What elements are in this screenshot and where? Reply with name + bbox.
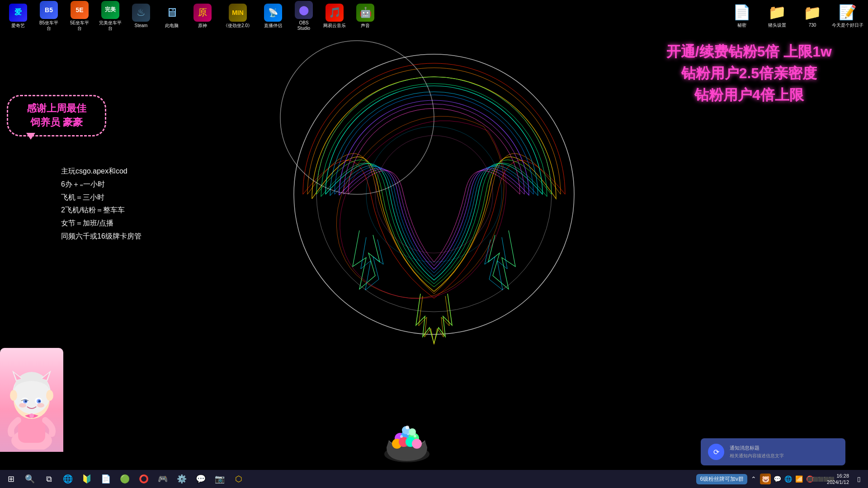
live-label: 直播伴侣 — [264, 23, 282, 28]
search-button[interactable]: 🔍 — [21, 470, 39, 488]
anime-character — [0, 348, 63, 452]
taskbar-left-icons: ⊞ 🔍 ⧉ 🌐 🔰 📄 🟢 ⭕ 🎮 ⚙️ 💬 📷 ⬡ — [2, 470, 248, 488]
svg-point-30 — [412, 439, 422, 449]
icon-live[interactable]: 📡 直播伴侣 — [259, 2, 287, 30]
notification-title: 通知消息标题 — [730, 445, 838, 451]
steam-img: ♨ — [132, 4, 150, 22]
icon-voice[interactable]: 🤖 声音 — [352, 2, 379, 30]
bubble-line2: 饲养员 豪豪 — [16, 116, 97, 130]
svg-point-11 — [37, 403, 44, 408]
announcement-line3: 钻粉用户4倍上限 — [666, 84, 832, 106]
extra-button[interactable]: ⬡ — [230, 470, 248, 488]
icon-obs[interactable]: ⬤ OBS Studio — [290, 0, 317, 33]
wps-button[interactable]: 📄 — [97, 470, 115, 488]
collectible-svg — [380, 411, 434, 465]
360-button[interactable]: 🔰 — [78, 470, 96, 488]
anime-svg — [2, 350, 61, 450]
capture-button[interactable]: 📷 — [211, 470, 229, 488]
announcement-text: 开通/续费钻粉5倍 上限1w 钻粉用户2.5倍亲密度 钻粉用户4倍上限 — [666, 41, 832, 106]
bubble-line1: 感谢上周最佳 — [16, 102, 97, 116]
settings-button[interactable]: ⚙️ — [173, 470, 191, 488]
notification-icon: ⟳ — [708, 444, 724, 460]
edge-button[interactable]: 🌐 — [59, 470, 77, 488]
pubg-label: 《使劲坐2.0》 — [223, 23, 252, 28]
info-line5: 女节＝加班/点播 — [61, 217, 142, 230]
notification-content: 通知消息标题 相关通知内容描述信息文字 — [730, 445, 838, 459]
announcement-line2: 钻粉用户2.5倍亲密度 — [666, 62, 832, 84]
info-line6: 同频六千或16级牌卡房管 — [61, 230, 142, 243]
game-collectible — [380, 411, 434, 465]
info-text-block: 主玩csgo.apex和cod 6办＋₌一小时 飞机＝三小时 2飞机/钻粉＝整车… — [61, 165, 142, 243]
svg-point-36 — [406, 426, 409, 429]
task-view-button[interactable]: ⧉ — [40, 470, 58, 488]
icon-iqiyi[interactable]: 爱 爱奇艺 — [5, 2, 32, 30]
wanmei-label: 完美坐车平台 — [99, 20, 122, 31]
voice-label: 声音 — [361, 23, 370, 28]
svg-point-31 — [400, 435, 403, 438]
wechat-button[interactable]: 💬 — [192, 470, 210, 488]
netease-img: 🎵 — [326, 4, 344, 22]
pc-label: 此电脑 — [165, 23, 179, 28]
system-tray: 6级粉丝牌可加v群 ⌃ 🐷 💬 🌐 📶 🔴 ⬛⬛⬛⬛⬛ 16:28 2024/1… — [696, 470, 868, 488]
yuanshen-img: 原 — [193, 4, 212, 22]
icon-b5[interactable]: B5 B5坐车平台 — [35, 0, 62, 33]
live-img: 📡 — [264, 4, 282, 22]
yuanshen-label: 原神 — [198, 23, 207, 28]
icon-steam[interactable]: ♨ Steam — [127, 2, 155, 30]
taskbar-bottom: ⊞ 🔍 ⧉ 🌐 🔰 📄 🟢 ⭕ 🎮 ⚙️ 💬 📷 ⬡ 6级粉丝牌可加v群 ⌃ 🐷… — [0, 470, 868, 488]
5e-img: 5E — [71, 1, 89, 19]
svg-point-9 — [38, 400, 41, 403]
info-line4: 2飞机/钻粉＝整车车 — [61, 204, 142, 217]
svg-point-22 — [375, 136, 493, 253]
svg-point-10 — [19, 403, 26, 408]
info-line3: 飞机＝三小时 — [61, 191, 142, 204]
svg-point-18 — [29, 413, 34, 418]
obs-img: ⬤ — [295, 1, 313, 19]
icon-5e[interactable]: 5E 5E坐车平台 — [66, 0, 93, 33]
svg-point-35 — [409, 428, 416, 436]
info-line1: 主玩csgo.apex和cod — [61, 165, 142, 178]
fan-badge-text: 6级粉丝牌可加v群 — [700, 476, 744, 482]
valve-button[interactable]: 🎮 — [154, 470, 172, 488]
tray-wifi[interactable]: 📶 — [794, 474, 803, 483]
speech-bubble: 感谢上周最佳 饲养员 豪豪 — [7, 95, 106, 136]
clock-date: 2024/1/12 — [827, 479, 849, 485]
green-button[interactable]: 🟢 — [116, 470, 134, 488]
audio-visualizer — [276, 36, 592, 352]
icon-wanmei[interactable]: 完美 完美坐车平台 — [97, 0, 124, 33]
tray-desktop[interactable]: ▯ — [854, 474, 863, 483]
viz-svg — [276, 36, 592, 352]
fan-badge[interactable]: 6级粉丝牌可加v群 — [696, 474, 747, 484]
announcement-line1: 开通/续费钻粉5倍 上限1w — [666, 41, 832, 62]
taskbar-top: 爱 爱奇艺 B5 B5坐车平台 5E 5E坐车平台 完美 完美坐车平台 ♨ St… — [0, 0, 868, 32]
tray-expand[interactable]: ⌃ — [749, 474, 758, 483]
5e-label: 5E坐车平台 — [68, 20, 91, 31]
voice-img: 🤖 — [356, 4, 374, 22]
info-line2: 6办＋₌一小时 — [61, 178, 142, 191]
b5-img: B5 — [40, 1, 58, 19]
steam-label: Steam — [135, 23, 148, 28]
svg-point-12 — [10, 390, 17, 401]
notification-popup[interactable]: ⟳ 通知消息标题 相关通知内容描述信息文字 — [701, 438, 845, 465]
netease-label: 网易云音乐 — [323, 23, 346, 28]
obs-label: OBS Studio — [292, 20, 316, 31]
power-button[interactable]: ⭕ — [135, 470, 153, 488]
notification-body: 相关通知内容描述信息文字 — [730, 453, 838, 459]
iqiyi-label: 爱奇艺 — [11, 23, 25, 28]
svg-point-8 — [25, 400, 27, 403]
icon-pc[interactable]: 🖥 此电脑 — [158, 2, 185, 30]
iqiyi-logo: 爱 — [9, 4, 27, 22]
icon-netease[interactable]: 🎵 网易云音乐 — [321, 2, 348, 30]
tray-items[interactable]: ⬛⬛⬛⬛⬛ — [816, 474, 825, 483]
svg-point-19 — [294, 54, 574, 334]
pc-img: 🖥 — [163, 4, 181, 22]
clock[interactable]: 16:28 2024/1/12 — [827, 473, 853, 486]
windows-button[interactable]: ⊞ — [2, 470, 20, 488]
b5-label: B5坐车平台 — [37, 20, 61, 31]
icon-yuanshen[interactable]: 原 原神 — [189, 2, 216, 30]
tray-chat[interactable]: 💬 — [773, 474, 782, 483]
pubg-img: MIN — [229, 4, 247, 22]
tray-network[interactable]: 🌐 — [783, 474, 793, 483]
tray-avatar[interactable]: 🐷 — [760, 474, 771, 484]
icon-pubg[interactable]: MIN 《使劲坐2.0》 — [220, 2, 256, 30]
